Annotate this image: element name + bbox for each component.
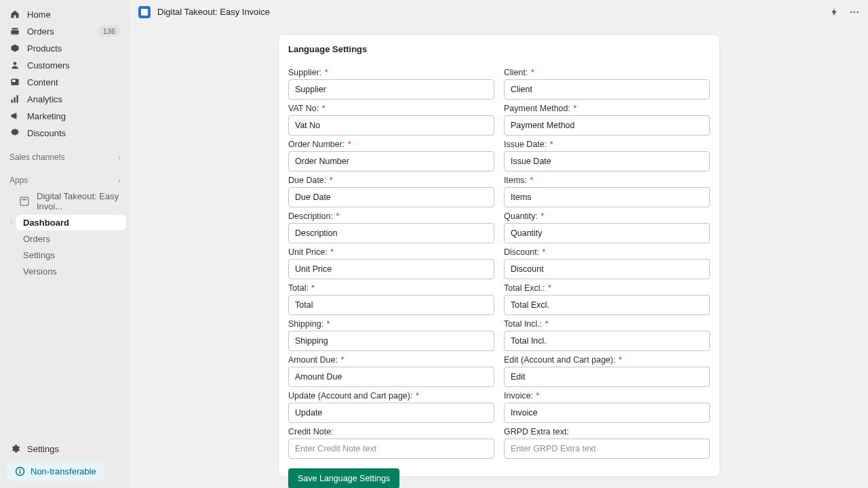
sidebar-subitem-label: Dashboard	[23, 218, 119, 228]
credit-note-input[interactable]	[288, 439, 494, 459]
sidebar-item-discounts[interactable]: Discounts	[4, 125, 126, 141]
sidebar-item-products[interactable]: Products	[4, 40, 126, 56]
quantity-input[interactable]	[504, 223, 710, 243]
more-icon[interactable]	[849, 7, 860, 18]
field-supplier: Supplier: *	[288, 64, 494, 100]
field-label: Shipping: *	[288, 319, 494, 329]
sidebar-item-customers[interactable]: Customers	[4, 57, 126, 73]
sidebar-badge: 136	[98, 26, 121, 37]
field-label: Total: *	[288, 283, 494, 293]
main: Digital Takeout: Easy Invoice Language S…	[130, 0, 868, 488]
field-quantity: Quantity: *	[504, 207, 710, 243]
field-label: Order Number: *	[288, 140, 494, 149]
field-grpd: GRPD Extra text:	[504, 423, 710, 459]
items-input[interactable]	[504, 187, 710, 207]
sidebar-item-label: Products	[27, 43, 121, 54]
description-input[interactable]	[288, 223, 494, 243]
field-shipping: Shipping: *	[288, 315, 494, 351]
content-icon	[9, 77, 20, 87]
field-label: Issue Date: *	[504, 140, 710, 149]
invoice-input[interactable]	[504, 403, 710, 423]
sidebar-subitem-versions[interactable]: Versions	[16, 264, 126, 279]
non-transferable-badge[interactable]: Non-transferable	[7, 462, 104, 481]
field-label: Update (Account and Cart page): *	[288, 391, 494, 401]
field-label: Invoice: *	[504, 391, 710, 401]
sidebar-subitem-settings[interactable]: Settings	[16, 247, 126, 263]
apps-section[interactable]: Apps ›	[4, 170, 126, 188]
sidebar-app-header[interactable]: Digital Takeout: Easy Invoi...	[16, 188, 126, 214]
sidebar-item-orders[interactable]: Orders136	[4, 23, 126, 39]
svg-rect-4	[14, 98, 15, 103]
products-icon	[9, 43, 20, 54]
unit-price-input[interactable]	[288, 259, 494, 279]
sidebar-item-home[interactable]: Home	[4, 6, 126, 22]
sidebar-subitem-label: Orders	[23, 234, 119, 244]
sidebar-item-analytics[interactable]: Analytics	[4, 91, 126, 107]
total-incl-input[interactable]	[504, 331, 710, 351]
sidebar-subitem-dashboard[interactable]: └Dashboard	[16, 215, 126, 230]
field-description: Description: *	[288, 207, 494, 243]
svg-rect-2	[12, 80, 16, 82]
field-invoice: Invoice: *	[504, 387, 710, 423]
pin-icon[interactable]	[829, 7, 840, 18]
supplier-input[interactable]	[288, 79, 494, 100]
field-label: Discount: *	[504, 247, 710, 257]
sidebar-item-marketing[interactable]: Marketing	[4, 108, 126, 124]
total-excl-input[interactable]	[504, 295, 710, 315]
update-input[interactable]	[288, 403, 494, 423]
order-number-input[interactable]	[288, 151, 494, 171]
field-credit-note: Credit Note:	[288, 423, 494, 459]
svg-point-11	[850, 11, 852, 13]
field-label: Amount Due: *	[288, 355, 494, 365]
field-label: Total Incl.: *	[504, 319, 710, 329]
edit-input[interactable]	[504, 367, 710, 387]
save-language-settings-button[interactable]: Save Language Settings	[288, 468, 399, 488]
language-settings-card: Language Settings Supplier: *Client: *VA…	[278, 34, 720, 477]
sidebar-item-settings[interactable]: Settings	[4, 441, 126, 457]
field-total-excl: Total Excl.: *	[504, 279, 710, 315]
field-client: Client: *	[504, 64, 710, 100]
field-label: Total Excl.: *	[504, 283, 710, 293]
field-payment-method: Payment Method: *	[504, 100, 710, 136]
field-label: Quantity: *	[504, 211, 710, 221]
sidebar-item-label: Analytics	[27, 94, 121, 104]
orders-icon	[9, 26, 20, 37]
sidebar: HomeOrders136ProductsCustomersContentAna…	[0, 0, 130, 488]
page-title: Digital Takeout: Easy Invoice	[157, 7, 822, 17]
field-label: Supplier: *	[288, 68, 494, 77]
app-icon	[138, 6, 151, 18]
grpd-input[interactable]	[504, 439, 710, 459]
marketing-icon	[9, 110, 20, 121]
issue-date-input[interactable]	[504, 151, 710, 171]
content: Language Settings Supplier: *Client: *VA…	[130, 24, 868, 488]
sidebar-subitem-orders[interactable]: Orders	[16, 231, 126, 247]
tree-connector-icon: └	[9, 219, 14, 226]
svg-point-12	[854, 11, 856, 13]
field-label: Client: *	[504, 68, 710, 77]
customers-icon	[9, 60, 20, 70]
discount-input[interactable]	[504, 259, 710, 279]
settings-label: Settings	[27, 444, 121, 454]
field-label: Unit Price: *	[288, 247, 494, 257]
shipping-input[interactable]	[288, 331, 494, 351]
due-date-input[interactable]	[288, 187, 494, 207]
svg-rect-7	[22, 199, 27, 201]
vat-no-input[interactable]	[288, 115, 494, 136]
field-items: Items: *	[504, 171, 710, 207]
chevron-right-icon: ›	[119, 177, 121, 184]
sidebar-item-content[interactable]: Content	[4, 74, 126, 90]
svg-point-13	[857, 11, 859, 13]
field-edit: Edit (Account and Cart page): *	[504, 351, 710, 387]
field-vat-no: VAT No: *	[288, 100, 494, 136]
total-input[interactable]	[288, 295, 494, 315]
svg-rect-6	[20, 197, 28, 205]
topbar: Digital Takeout: Easy Invoice	[130, 0, 868, 24]
payment-method-input[interactable]	[504, 115, 710, 136]
client-input[interactable]	[504, 79, 710, 100]
amount-due-input[interactable]	[288, 367, 494, 387]
sidebar-subitem-label: Settings	[23, 250, 119, 260]
gear-icon	[9, 443, 20, 454]
sales-channels-section[interactable]: Sales channels ›	[4, 147, 126, 165]
field-label: GRPD Extra text:	[504, 427, 710, 436]
field-unit-price: Unit Price: *	[288, 243, 494, 279]
